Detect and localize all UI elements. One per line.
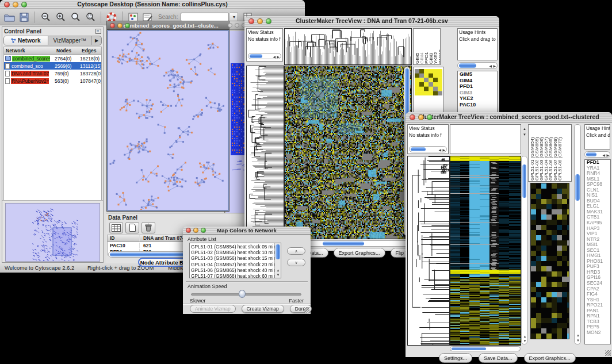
slider-thumb[interactable] xyxy=(239,290,246,298)
float-panel-icon[interactable] xyxy=(95,29,101,34)
gene-vscrollbar[interactable]: ▲ ▼ xyxy=(574,124,581,344)
dialog-action-button[interactable]: Animate Vizmap xyxy=(190,305,236,313)
scroll-right-icon[interactable]: ▶ xyxy=(442,148,445,152)
scrollbar-thumb[interactable] xyxy=(323,242,364,246)
network-table-row[interactable]: combined_scores 2764(0) 16218(0) xyxy=(4,55,101,62)
scrollbar-thumb[interactable] xyxy=(459,63,476,68)
zoom-button[interactable] xyxy=(266,18,271,24)
scroll-up-icon[interactable]: ▲ xyxy=(523,127,526,131)
minimize-button[interactable] xyxy=(235,23,239,28)
close-button[interactable] xyxy=(4,2,10,7)
scroll-right-icon[interactable]: ▶ xyxy=(493,64,496,68)
gene-list-item[interactable]: GIM4 xyxy=(458,78,497,84)
scroll-up-icon[interactable]: ▲ xyxy=(523,335,527,338)
gene-list-item[interactable]: MON2 xyxy=(585,330,610,336)
minimize-button[interactable] xyxy=(418,114,424,120)
treeview1-titlebar[interactable]: ClusterMaker TreeView : DNA and Tran 07-… xyxy=(244,16,499,26)
attribute-list-item[interactable]: GPL51-03 (GSM856) heat shock 15 min xyxy=(190,255,281,261)
delete-attribute-icon[interactable] xyxy=(141,222,155,233)
more-tabs-button[interactable]: ▶ xyxy=(92,36,101,45)
resize-grip[interactable] xyxy=(304,307,309,313)
zoom-button[interactable] xyxy=(125,23,130,28)
heatmap-hscrollbar[interactable] xyxy=(450,346,521,351)
attribute-list-item[interactable]: GPL51-01 (GSM854) heat shock 05 min xyxy=(190,244,281,250)
scrollbar-thumb[interactable] xyxy=(411,147,426,151)
scroll-down-icon[interactable]: ▼ xyxy=(523,339,527,343)
zoom-button[interactable] xyxy=(201,228,206,233)
move-down-button[interactable]: ∨ xyxy=(287,259,305,266)
gene-list[interactable]: PFD1YRA1RNR4MSL1SPC98CLN1NIS1BUD4ELG1MAK… xyxy=(584,159,611,344)
open-file-icon[interactable] xyxy=(2,11,16,24)
main-titlebar[interactable]: Cytoscape Desktop (Session Name: collins… xyxy=(0,0,305,9)
treeview-action-button[interactable]: Export Graphics... xyxy=(334,248,385,258)
network-overview-thumbnail[interactable] xyxy=(5,203,100,262)
scroll-left-icon[interactable]: ◀ xyxy=(438,148,441,152)
move-up-button[interactable]: ∧ xyxy=(287,247,305,255)
resize-grip[interactable] xyxy=(605,350,611,356)
scroll-left-icon[interactable]: ◀ xyxy=(489,64,492,68)
close-button[interactable] xyxy=(248,18,254,24)
zoom-heatmap-canvas[interactable] xyxy=(530,183,569,339)
minimize-button[interactable] xyxy=(257,18,263,24)
treeview2-titlebar[interactable]: ClusterMaker TreeView : combined_scores_… xyxy=(406,112,612,122)
attribute-list-scrollbar[interactable]: ▲ ▼ xyxy=(274,243,281,278)
scrollbar-thumb[interactable] xyxy=(586,152,596,156)
scroll-down-icon[interactable]: ▼ xyxy=(523,133,526,136)
network-table-row[interactable]: combined_sco 2569(6) 13112(15) xyxy=(4,62,101,70)
minimize-button[interactable] xyxy=(13,2,18,7)
close-button[interactable] xyxy=(228,23,232,28)
network-table-header[interactable]: Network Nodes Edges xyxy=(4,47,101,55)
table-icon[interactable] xyxy=(109,222,123,233)
zoom-in-icon[interactable] xyxy=(53,11,67,24)
search-input[interactable] xyxy=(181,13,229,21)
scroll-right-icon[interactable]: ▶ xyxy=(606,154,609,157)
network-canvas[interactable] xyxy=(108,31,228,210)
gene-list-item[interactable]: GIM3 xyxy=(458,90,497,96)
scroll-up-icon[interactable]: ▲ xyxy=(277,269,280,272)
scrollbar-thumb[interactable] xyxy=(250,54,262,58)
network-table-row[interactable]: DNA and Tran 07 769(0) 183728(0) xyxy=(4,70,101,77)
attribute-list-item[interactable]: GPL51-07 (GSM868) heat shock 60 min xyxy=(190,273,281,278)
scroll-down-icon[interactable]: ▼ xyxy=(576,339,580,342)
tab-vizmapper[interactable]: VizMapper™ xyxy=(48,36,93,45)
tab-network[interactable]: Network xyxy=(4,36,48,45)
minimize-button[interactable] xyxy=(193,228,198,233)
hints-scrollbar[interactable]: ◀ ▶ xyxy=(584,151,610,158)
scroll-down-icon[interactable]: ▼ xyxy=(277,273,280,277)
zoom-selected-icon[interactable] xyxy=(68,11,82,24)
row-dendrogram-canvas[interactable] xyxy=(407,156,450,346)
column-dendrogram-canvas[interactable] xyxy=(284,28,412,65)
gene-list-item[interactable]: GIM5 xyxy=(458,71,497,78)
correlation-matrix-canvas[interactable] xyxy=(415,69,442,95)
row-dendrogram-canvas[interactable] xyxy=(246,66,284,239)
animation-speed-slider[interactable] xyxy=(191,293,301,296)
scrollbar-thumb[interactable] xyxy=(276,244,280,259)
new-attribute-icon[interactable] xyxy=(125,222,139,233)
view-status-scrollbar[interactable]: ◀ ▶ xyxy=(409,146,447,152)
inner-window1-titlebar[interactable]: combined_scores_good.txt--cluste... xyxy=(107,21,229,30)
view-status-scrollbar[interactable]: ◀ ▶ xyxy=(248,53,281,59)
heatmap-canvas[interactable] xyxy=(284,66,412,239)
network-table-row[interactable]: RNAPuberNov2+ 563(0) 107847(0) xyxy=(4,77,101,85)
scrollbar-thumb[interactable] xyxy=(452,347,486,350)
dialog-action-button[interactable]: Create Vizmap xyxy=(242,305,284,313)
gene-list-item[interactable]: PAC10 xyxy=(458,102,497,108)
close-button[interactable] xyxy=(410,114,415,120)
gene-list-item[interactable]: YKE2 xyxy=(458,95,497,102)
treeview-action-button[interactable]: Settings... xyxy=(439,353,472,363)
dialog-titlebar[interactable]: Map Colors to Network xyxy=(183,227,311,235)
close-button[interactable] xyxy=(110,23,115,28)
scroll-right-icon[interactable]: ▶ xyxy=(277,55,280,59)
scrollbar-thumb[interactable] xyxy=(575,174,580,201)
scroll-up-icon[interactable]: ▲ xyxy=(576,334,580,337)
array-column-labels[interactable]: GIM5GIM4PFD1GIM3YKE2PAC10 xyxy=(413,28,441,65)
attribute-list-item[interactable]: GPL51-02 (GSM855) heat shock 10 min xyxy=(190,250,281,255)
heatmap-vscrollbar[interactable]: ▲ ▼ xyxy=(521,156,527,344)
zoom-out-icon[interactable] xyxy=(39,11,52,24)
scrollbar-thumb[interactable] xyxy=(522,164,526,198)
hints-scrollbar[interactable]: ◀ ▶ xyxy=(457,62,498,69)
scroll-left-icon[interactable]: ◀ xyxy=(602,154,605,157)
search-dropdown-icon[interactable]: ▼ xyxy=(230,13,238,21)
attribute-list[interactable]: GPL51-01 (GSM854) heat shock 05 minGPL51… xyxy=(189,243,281,278)
zoom-fit-icon[interactable] xyxy=(83,11,97,24)
